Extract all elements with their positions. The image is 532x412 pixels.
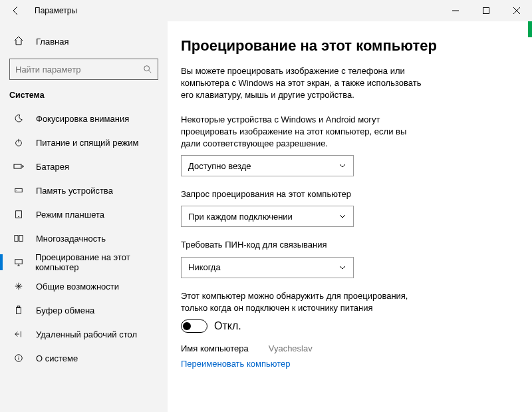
sidebar-item-power[interactable]: Питание и спящий режим — [0, 130, 168, 154]
arrow-left-icon — [11, 5, 21, 16]
sidebar-item-tablet[interactable]: Режим планшета — [0, 202, 168, 226]
sidebar-item-shared[interactable]: Общие возможности — [0, 274, 168, 298]
search-box[interactable] — [9, 59, 158, 80]
search-input[interactable] — [15, 65, 143, 75]
svg-rect-6 — [15, 236, 18, 242]
chevron-down-icon — [338, 212, 346, 220]
power-icon — [13, 138, 24, 147]
sidebar-item-clipboard[interactable]: Буфер обмена — [0, 298, 168, 322]
request-select[interactable]: При каждом подключении — [181, 206, 354, 227]
discover-toggle[interactable] — [181, 319, 207, 333]
sidebar-item-label: Общие возможности — [36, 282, 119, 292]
main-content: Проецирование на этот компьютер Вы может… — [168, 21, 532, 412]
pin-label: Требовать ПИН-код для связывания — [181, 239, 427, 251]
sidebar-item-remote[interactable]: Удаленный рабочий стол — [0, 322, 168, 346]
maximize-icon — [483, 7, 489, 14]
search-icon — [143, 65, 152, 74]
sidebar-item-label: Память устройства — [36, 186, 113, 196]
permission-select[interactable]: Доступно везде — [181, 155, 354, 176]
page-title: Проецирование на этот компьютер — [181, 37, 513, 55]
discover-label: Этот компьютер можно обнаружить для прое… — [181, 290, 427, 314]
section-header: Система — [0, 88, 168, 106]
home-label: Главная — [36, 37, 68, 47]
sidebar-item-focus-assist[interactable]: Фокусировка внимания — [0, 106, 168, 130]
minimize-icon — [452, 7, 459, 14]
sidebar-item-battery[interactable]: Батарея — [0, 154, 168, 178]
svg-rect-0 — [483, 8, 489, 14]
sidebar-item-label: Режим планшета — [36, 210, 104, 220]
close-button[interactable] — [501, 0, 532, 21]
computer-name-label: Имя компьютера — [181, 343, 249, 353]
sidebar-item-label: Питание и спящий режим — [36, 138, 138, 148]
svg-rect-3 — [14, 164, 21, 168]
permission-label: Некоторые устройства с Windows и Android… — [181, 114, 427, 150]
clipboard-icon — [13, 306, 24, 315]
svg-point-1 — [144, 66, 150, 71]
info-icon — [13, 353, 24, 363]
pin-value: Никогда — [188, 262, 221, 272]
sidebar-item-label: Фокусировка внимания — [36, 114, 129, 124]
rename-link[interactable]: Переименовать компьютер — [181, 359, 290, 369]
chevron-down-icon — [338, 264, 346, 272]
sidebar-item-storage[interactable]: Память устройства — [0, 178, 168, 202]
tablet-icon — [13, 210, 24, 219]
shared-icon — [13, 282, 24, 291]
chevron-down-icon — [338, 162, 346, 170]
sidebar-item-label: Многозадачность — [36, 234, 106, 244]
battery-icon — [13, 162, 24, 171]
close-icon — [513, 7, 520, 14]
svg-rect-8 — [15, 260, 22, 264]
computer-name-value: Vyacheslav — [269, 343, 313, 353]
request-label: Запрос проецирования на этот компьютер — [181, 188, 427, 200]
request-value: При каждом подключении — [188, 212, 293, 222]
background-app-stub — [528, 21, 532, 37]
home-nav[interactable]: Главная — [0, 29, 168, 53]
minimize-button[interactable] — [440, 0, 471, 21]
toggle-state: Откл. — [214, 320, 241, 332]
remote-icon — [13, 329, 24, 339]
sidebar-item-label: Проецирование на этот компьютер — [35, 252, 168, 272]
maximize-button[interactable] — [471, 0, 501, 21]
svg-rect-9 — [17, 308, 21, 314]
svg-rect-7 — [19, 236, 23, 242]
storage-icon — [13, 186, 24, 195]
page-description: Вы можете проецировать изображение с тел… — [181, 65, 427, 102]
sidebar-item-projecting[interactable]: Проецирование на этот компьютер — [0, 250, 168, 274]
permission-value: Доступно везде — [188, 161, 251, 171]
sidebar-item-multitasking[interactable]: Многозадачность — [0, 226, 168, 250]
sidebar-item-label: Удаленный рабочий стол — [36, 329, 137, 339]
sidebar-item-about[interactable]: О системе — [0, 346, 168, 370]
back-button[interactable] — [0, 0, 32, 21]
multitasking-icon — [13, 234, 24, 243]
sidebar-item-label: О системе — [36, 353, 78, 363]
sidebar-item-label: Буфер обмена — [36, 306, 94, 315]
window-title: Параметры — [32, 6, 77, 15]
home-icon — [13, 35, 24, 48]
svg-rect-4 — [15, 188, 23, 192]
sidebar-item-label: Батарея — [36, 162, 69, 172]
moon-icon — [13, 114, 24, 123]
project-icon — [13, 258, 23, 267]
pin-select[interactable]: Никогда — [181, 257, 354, 278]
sidebar: Главная Система Фокусировка внимания Пит… — [0, 21, 168, 412]
toggle-knob — [183, 322, 191, 330]
